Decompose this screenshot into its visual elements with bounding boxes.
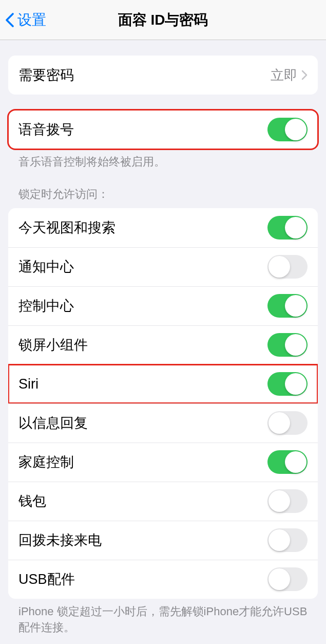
lock-access-toggle[interactable] [267,411,308,435]
toggle-knob [285,119,306,140]
lock-access-row: 以信息回复 [8,403,318,443]
lock-access-row: USB配件 [8,560,318,599]
lock-access-item-label: Siri [18,376,39,392]
toggle-knob [269,256,290,278]
lock-access-toggle[interactable] [267,216,308,240]
lock-access-row: Siri [8,364,318,403]
toggle-knob [269,490,290,512]
lock-access-item-label: 通知中心 [18,257,74,276]
require-passcode-label: 需要密码 [18,66,74,84]
lock-access-item-label: 控制中心 [18,297,74,315]
lock-access-row: 通知中心 [8,247,318,286]
lock-access-toggle[interactable] [267,333,308,357]
toggle-knob [269,412,290,434]
toggle-knob [285,451,306,473]
lock-access-row: 回拨未接来电 [8,521,318,560]
lock-access-toggle[interactable] [267,528,308,552]
lock-access-row: 锁屏小组件 [8,325,318,364]
chevron-right-icon [301,70,308,80]
lock-access-item-label: USB配件 [18,570,75,588]
lock-access-item-label: 钱包 [18,492,46,510]
voice-dial-group: 语音拨号 [8,110,318,149]
voice-dial-label: 语音拨号 [18,120,74,139]
toggle-knob [269,529,290,551]
lock-access-toggle[interactable] [267,489,308,513]
back-button[interactable]: 设置 [0,10,46,30]
toggle-knob [285,373,306,395]
navigation-header: 设置 面容 ID与密码 [0,0,326,40]
toggle-knob [285,217,306,238]
voice-dial-row: 语音拨号 [8,110,318,149]
lock-access-toggle[interactable] [267,372,308,396]
require-passcode-group: 需要密码 立即 [8,56,318,95]
lock-access-item-label: 锁屏小组件 [18,336,88,354]
lock-access-toggle[interactable] [267,567,308,591]
lock-access-item-label: 家庭控制 [18,453,74,471]
lock-access-item-label: 以信息回复 [18,414,88,432]
toggle-knob [269,568,290,590]
lock-access-group: 今天视图和搜索通知中心控制中心锁屏小组件Siri以信息回复家庭控制钱包回拨未接来… [8,208,318,599]
lock-access-row: 今天视图和搜索 [8,208,318,247]
back-label: 设置 [17,10,46,30]
toggle-knob [285,295,306,317]
lock-access-toggle[interactable] [267,294,308,318]
lock-access-toggle[interactable] [267,255,308,279]
toggle-knob [285,334,306,356]
voice-dial-toggle[interactable] [267,118,308,141]
require-passcode-row[interactable]: 需要密码 立即 [8,56,318,95]
lock-access-header: 锁定时允许访问： [0,170,326,202]
lock-access-item-label: 回拨未接来电 [18,531,102,549]
require-passcode-value: 立即 [271,66,297,84]
lock-access-item-label: 今天视图和搜索 [18,218,116,237]
lock-access-footer: iPhone 锁定超过一小时后，需先解锁iPhone才能允许USB 配件连接。 [0,599,326,636]
chevron-left-icon [5,12,14,28]
voice-dial-footer: 音乐语音控制将始终被启用。 [0,149,326,170]
lock-access-row: 控制中心 [8,286,318,325]
page-title: 面容 ID与密码 [118,10,208,30]
lock-access-row: 家庭控制 [8,443,318,482]
lock-access-toggle[interactable] [267,450,308,474]
lock-access-row: 钱包 [8,482,318,521]
